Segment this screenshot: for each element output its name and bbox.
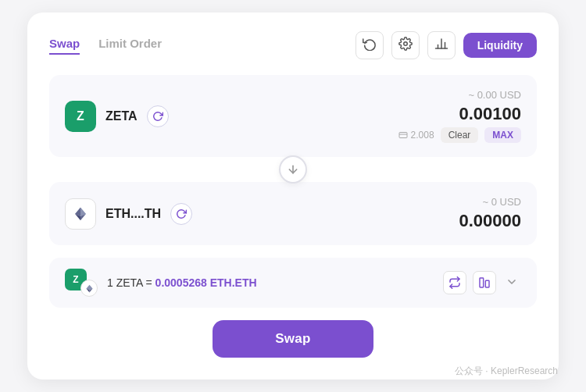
settings-button[interactable]	[391, 31, 420, 59]
history-button[interactable]	[356, 31, 384, 59]
svg-rect-5	[399, 133, 407, 138]
clear-button[interactable]: Clear	[441, 127, 479, 143]
to-token-refresh-button[interactable]	[170, 203, 192, 225]
rate-text: 1 ZETA = 0.0005268 ETH.ETH	[107, 276, 434, 289]
chart-button[interactable]	[427, 31, 456, 59]
cards-wrapper: Z ZETA ~ 0.00 USD 0.00100 2.008	[49, 75, 537, 245]
swap-main-button[interactable]: Swap	[213, 320, 373, 358]
header-actions: Liquidity	[356, 31, 537, 59]
from-token-balance: 2.008	[398, 130, 434, 141]
to-token-name: ETH....TH	[105, 207, 161, 221]
chevron-down-button[interactable]	[502, 273, 521, 294]
from-token-card: Z ZETA ~ 0.00 USD 0.00100 2.008	[49, 75, 537, 157]
svg-point-0	[403, 42, 407, 46]
to-token-left: ETH....TH	[65, 198, 192, 230]
tab-swap[interactable]: Swap	[49, 37, 80, 55]
bar-chart-icon-button[interactable]	[473, 271, 496, 294]
from-token-meta: 2.008 Clear MAX	[398, 127, 521, 143]
rate-value: 0.0005268 ETH.ETH	[155, 276, 257, 289]
to-token-right: ~ 0 USD 0.00000	[459, 196, 521, 231]
swap-btn-container: Swap	[49, 320, 537, 358]
max-button[interactable]: MAX	[484, 127, 521, 143]
settings-icon	[398, 37, 413, 54]
from-token-right: ~ 0.00 USD 0.00100 2.008 Clear MAX	[398, 89, 521, 143]
svg-rect-17	[485, 280, 489, 287]
to-token-amount[interactable]: 0.00000	[459, 211, 521, 231]
history-icon	[363, 37, 377, 54]
header: Swap Limit Order	[49, 31, 537, 59]
rate-logos: Z	[65, 269, 98, 297]
svg-rect-16	[480, 278, 484, 287]
rate-eth-logo	[80, 280, 98, 297]
from-token-amount[interactable]: 0.00100	[398, 104, 521, 124]
from-token-name: ZETA	[105, 109, 138, 123]
watermark: 公众号 · KeplerResearch	[455, 365, 558, 378]
zeta-logo: Z	[65, 101, 96, 132]
rate-actions	[443, 271, 521, 294]
to-token-usd: ~ 0 USD	[459, 196, 521, 208]
from-token-usd: ~ 0.00 USD	[398, 89, 521, 101]
rate-row: Z 1 ZETA = 0.0005268 ETH.ETH	[49, 258, 537, 308]
chart-icon	[434, 37, 448, 54]
liquidity-button[interactable]: Liquidity	[463, 33, 537, 58]
from-token-refresh-button[interactable]	[147, 105, 169, 127]
tabs: Swap Limit Order	[49, 37, 162, 55]
eth-logo	[65, 198, 96, 230]
from-token-left: Z ZETA	[65, 101, 169, 132]
to-token-card: ETH....TH ~ 0 USD 0.00000	[49, 182, 537, 245]
exchange-icon-button[interactable]	[443, 271, 466, 294]
swap-direction-button[interactable]	[279, 155, 307, 184]
swap-arrow-container	[49, 155, 537, 184]
tab-limit-order[interactable]: Limit Order	[98, 37, 162, 55]
